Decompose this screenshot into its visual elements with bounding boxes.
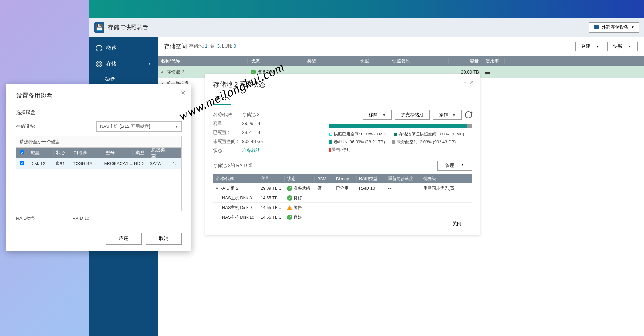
disk-type: HDD: [132, 161, 147, 166]
swatch-icon: [329, 148, 331, 152]
disk-checkbox[interactable]: [16, 161, 28, 166]
chevron-down-icon: ▼: [452, 113, 456, 117]
meta-lun-value: 0: [234, 43, 236, 49]
col-type: 类型: [304, 58, 357, 64]
raid-table-header: 名称/代称 容量 状态 BBM Bitmap RAID类型 重新同步速度 优先级: [213, 174, 472, 183]
chevron-down-icon: ▼: [175, 125, 178, 128]
close-icon[interactable]: ✕: [181, 89, 186, 97]
pool-info: 名称/代称:存储池 2 容量 :29.09 TB 已配置 :28.21 TB 未…: [213, 110, 319, 155]
sidebar-item-storage[interactable]: 存储 ∧: [89, 56, 158, 72]
rcol-status: 状态: [285, 176, 315, 182]
val-cap: 29.09 TB: [242, 121, 260, 126]
dcol-type: 类型: [133, 150, 149, 156]
chevron-down-icon: ∨: [216, 186, 218, 190]
usage-bar-icon: ▬: [482, 70, 505, 75]
raid-row-disk9[interactable]: NAS主机 Disk 9 14.55 TB... 警告: [213, 203, 472, 212]
manage-button[interactable]: 管理▼: [437, 161, 472, 171]
swatch-icon: [329, 140, 332, 144]
device-label: 存储设备:: [16, 124, 96, 129]
raid-row-group2[interactable]: ∨ RAID 组 2 29.09 TB... ✓准备就绪 否 已停用 RAID …: [213, 183, 472, 193]
lab-alloc: 已配置 :: [213, 130, 242, 135]
col-snapshot: 快照: [357, 58, 389, 64]
raid-status: 警告: [294, 205, 302, 210]
meta-lun-label: LUN:: [222, 43, 232, 49]
sidebar-label-storage: 存储: [106, 61, 116, 67]
storage-device-dropdown[interactable]: NAS主机 [1/12 可用磁盘] ▼: [96, 121, 182, 132]
apply-button[interactable]: 应用: [106, 233, 142, 245]
select-all-checkbox[interactable]: [16, 150, 28, 155]
col-name: 名称/代称: [158, 58, 248, 64]
raid-bbm: 否: [315, 185, 333, 191]
lab-unalloc: 未配置空间 :: [213, 139, 242, 145]
check-icon: ✓: [287, 186, 292, 191]
rcol-sync: 重新同步速度: [385, 176, 421, 182]
lab-name: 名称/代称:: [213, 112, 242, 117]
refresh-icon[interactable]: [465, 111, 472, 118]
dropdown-value: NAS主机 [1/12 可用磁盘]: [100, 124, 150, 129]
migrate-button[interactable]: 移除▼: [363, 110, 392, 120]
rcol-type: RAID类型: [357, 176, 385, 182]
val-status: 准备就绪: [242, 148, 260, 154]
snapshot-button[interactable]: 快照▼: [607, 42, 638, 51]
meta-vol-value: 3: [217, 43, 220, 49]
dcol-bus: 总线类型: [149, 147, 172, 159]
dcol-disk: 磁盘: [28, 150, 54, 156]
val-name: 存储池 2: [242, 112, 259, 117]
chevron-up-icon: ∧: [161, 70, 165, 74]
disk-table: 请选择至少一个磁盘 磁盘 状态 制造商 型号 类型 总线类型 Disk 12 良…: [16, 136, 182, 211]
col-snaprep: 快照复制: [389, 58, 449, 64]
rcol-name: 名称/代称: [213, 176, 258, 182]
pool-panel-title: 存储池 2 系统状态: [213, 80, 472, 89]
btn-label: 扩充存储池: [401, 112, 423, 118]
legend-vol: 卷/LUN: 96.99% (28.21 TB): [334, 139, 385, 144]
expand-button[interactable]: 扩充存储池: [395, 110, 430, 120]
raid-row-disk10[interactable]: NAS主机 Disk 10 14.55 TB... ✓良好: [213, 212, 472, 222]
close-icon[interactable]: ✕: [470, 79, 474, 86]
warning-icon: [287, 205, 292, 210]
dcol-mfr: 制造商: [71, 150, 103, 156]
operate-button[interactable]: 操作▼: [433, 110, 462, 120]
disk-table-empty: [16, 169, 181, 211]
usage-bar: [329, 124, 472, 128]
pool-close-button[interactable]: 关闭: [442, 219, 472, 229]
chevron-up-icon: ∧: [148, 62, 151, 66]
raid-status: 准备就绪: [294, 186, 310, 191]
external-storage-label: 外部存储设备: [602, 24, 629, 30]
storage-icon: [594, 25, 599, 29]
cancel-button[interactable]: 取消: [146, 233, 182, 245]
raid-cap: 14.55 TB...: [258, 205, 285, 210]
chevron-down-icon: ▼: [628, 45, 631, 48]
rcol-bitmap: Bitmap: [333, 176, 357, 181]
legend-warn: 警告: 停用: [332, 147, 351, 152]
lab-cap: 容量 :: [213, 121, 242, 126]
sidebar-item-overview[interactable]: 概述: [89, 40, 158, 56]
disk-table-hint: 请选择至少一个磁盘: [16, 136, 181, 148]
raid-table: 名称/代称 容量 状态 BBM Bitmap RAID类型 重新同步速度 优先级…: [213, 174, 472, 222]
app-header: 💾 存储与快照总管 外部存储设备 ▼: [89, 18, 644, 37]
meta-vol-label: 卷:: [210, 43, 216, 49]
raid-group-label: 存储池 2的 RAID 组: [213, 163, 437, 169]
rcol-pri: 优先级: [421, 176, 472, 182]
create-button[interactable]: 创建▼: [575, 42, 605, 51]
app-title: 存储与快照总管: [108, 23, 148, 31]
app-icon: 💾: [94, 22, 104, 33]
external-storage-button[interactable]: 外部存储设备 ▼: [589, 22, 639, 33]
swatch-icon: [329, 133, 332, 136]
raid-sync: --: [385, 186, 421, 191]
disk-name: Disk 12: [28, 161, 53, 166]
add-icon[interactable]: +: [464, 79, 467, 86]
swatch-icon: [392, 140, 395, 144]
chevron-down-icon: ▼: [461, 163, 464, 169]
pool-status-panel: 存储池 2 系统状态 + ✕ 存储池 名称/代称:存储池 2 容量 :29.09…: [205, 74, 480, 235]
chevron-down-icon: ▼: [596, 45, 599, 48]
val-unalloc: 902.43 GB: [242, 139, 264, 145]
raid-row-disk8[interactable]: NAS主机 Disk 8 14.55 TB... ✓良好: [213, 193, 472, 203]
raid-name: NAS主机 Disk 8: [213, 195, 258, 201]
rcol-bbm: BBM: [315, 176, 333, 181]
tab-pool[interactable]: 存储池: [213, 93, 231, 105]
spare-disk-modal: ✕ 设置备用磁盘 选择磁盘 存储设备: NAS主机 [1/12 可用磁盘] ▼ …: [6, 84, 191, 251]
disk-row-disk12[interactable]: Disk 12 良好 TOSHIBA MG08ACA1... HDD SATA …: [16, 158, 181, 169]
modal-section: 选择磁盘: [16, 109, 182, 116]
meta-pool-label: 存储池:: [189, 43, 204, 49]
storage-meta: 存储池: 1, 卷: 3, LUN: 0: [189, 43, 236, 49]
